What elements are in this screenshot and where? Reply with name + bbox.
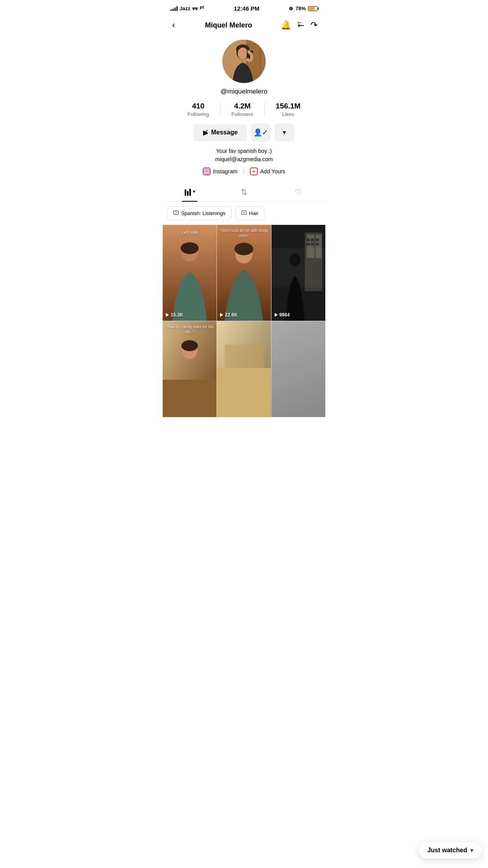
status-left: Jazz ▾▾ ᵖᵗ (171, 5, 204, 12)
svg-rect-38 (315, 238, 319, 241)
video-bg-5 (217, 321, 271, 417)
share-button[interactable]: ↷ (310, 20, 317, 30)
tab-videos[interactable]: ▾ (163, 182, 217, 201)
svg-marker-21 (244, 212, 245, 213)
tab-liked[interactable]: ♡ (271, 182, 325, 201)
add-yours-label: Add Yours (260, 168, 285, 175)
svg-point-29 (235, 243, 253, 255)
video-grid: Left side 15.3K "Don't look at (163, 225, 325, 417)
nav-actions: 🔔 →⃗ ↷ (281, 20, 317, 30)
video-thumb-6[interactable] (272, 321, 325, 417)
following-stat: 410 Following (176, 102, 220, 117)
svg-rect-34 (316, 235, 321, 258)
svg-rect-33 (306, 235, 314, 258)
video-views-1: 15.3K (166, 312, 183, 318)
video-views-2: 22.6K (220, 312, 237, 318)
avatar (222, 40, 266, 83)
bio-email[interactable]: miquel@azgmedia.com (215, 155, 273, 164)
video-bg-4 (163, 321, 216, 417)
battery-indicator (308, 6, 317, 11)
video-views-3: 9984 (275, 312, 290, 318)
svg-rect-49 (225, 344, 264, 368)
svg-marker-19 (176, 212, 177, 213)
bio-line-1: Your fav spanish boy :) (215, 147, 273, 155)
svg-point-14 (206, 171, 208, 173)
svg-rect-44 (163, 380, 216, 417)
profile-section: @miquelmelero 410 Following 4.2M Followe… (163, 37, 325, 182)
followers-count: 4.2M (234, 102, 251, 110)
message-button-label: Message (211, 129, 238, 136)
playlist-chip-1-label: Spanish: Listenings (181, 210, 226, 216)
svg-rect-50 (217, 368, 271, 417)
svg-point-25 (181, 242, 199, 254)
avatar-image (222, 40, 266, 83)
video-text-2: "Don't look at me with those eyes" (217, 228, 271, 238)
tab-dropdown-icon: ▾ (193, 189, 195, 196)
svg-rect-39 (306, 243, 310, 246)
page-title: Miquel Melero (205, 21, 252, 29)
video-thumb-2[interactable]: "Don't look at me with those eyes" 22.6K (217, 225, 271, 321)
svg-rect-36 (306, 238, 310, 241)
follow-button[interactable]: 👤✓ (251, 123, 271, 142)
status-bar: Jazz ▾▾ ᵖᵗ 12:46 PM ⊕ 78% (163, 0, 325, 15)
battery-percent: 78% (295, 6, 306, 11)
video-thumb-5[interactable] (217, 321, 271, 417)
links-row: Instagram | Add Yours (203, 167, 285, 175)
playlist-chip-spanish[interactable]: Spanish: Listenings (167, 206, 231, 220)
play-icon-3 (275, 313, 278, 317)
playlist-icon-1 (173, 210, 179, 217)
followers-label: Followers (231, 111, 253, 117)
wifi-symbol: ᵖᵗ (200, 5, 204, 12)
status-right: ⊕ 78% (289, 6, 317, 11)
liked-tab-icon: ♡ (295, 188, 302, 197)
share-icon[interactable]: →⃗ (297, 20, 304, 30)
playlist-chip-hair[interactable]: Hair (235, 206, 264, 220)
nav-header: ‹ Miquel Melero 🔔 →⃗ ↷ (163, 15, 325, 37)
svg-point-10 (238, 48, 248, 59)
video-bg-1 (163, 225, 216, 321)
following-label: Following (187, 111, 209, 117)
link-separator: | (243, 168, 244, 175)
action-buttons: ▶̸ Message 👤✓ ▼ (194, 123, 294, 142)
followers-stat: 4.2M Followers (220, 102, 264, 117)
view-count-2: 22.6K (225, 312, 237, 318)
clock: 12:46 PM (234, 5, 259, 12)
video-text-1: Left side (163, 230, 216, 235)
svg-rect-13 (204, 169, 209, 174)
svg-rect-37 (310, 238, 314, 241)
add-yours-link[interactable]: Add Yours (250, 167, 285, 175)
stats-row: 410 Following 4.2M Followers 156.1M Like… (171, 102, 317, 117)
instagram-label: Instagram (213, 168, 237, 175)
svg-rect-41 (315, 243, 319, 246)
playlist-chip-2-label: Hair (249, 210, 259, 216)
more-options-button[interactable]: ▼ (275, 123, 294, 142)
message-button[interactable]: ▶̸ Message (194, 124, 247, 141)
video-text-4: "How my family asks for the bill -" (163, 324, 216, 335)
notification-bell-icon[interactable]: 🔔 (281, 20, 291, 30)
svg-point-35 (289, 254, 300, 266)
playlist-chips: Spanish: Listenings Hair (163, 206, 325, 220)
back-button[interactable]: ‹ (171, 18, 176, 32)
signal-icon (171, 6, 178, 11)
following-count: 410 (192, 102, 205, 110)
bio-section: Your fav spanish boy :) miquel@azgmedia.… (215, 147, 273, 164)
instagram-link[interactable]: Instagram (203, 167, 237, 175)
likes-stat: 156.1M Likes (265, 102, 312, 117)
chevron-down-icon: ▼ (282, 129, 287, 136)
view-count-3: 9984 (279, 312, 290, 318)
play-icon-2 (220, 313, 223, 317)
tab-bar: ▾ ⇅ ♡ (163, 182, 325, 202)
video-thumb-3[interactable]: 9984 (272, 225, 325, 321)
video-bg-2 (217, 225, 271, 321)
play-icon-1 (166, 313, 169, 317)
repost-tab-icon: ⇅ (240, 187, 248, 197)
add-yours-icon (250, 167, 258, 175)
tab-reposts[interactable]: ⇅ (217, 182, 271, 201)
location-icon: ⊕ (289, 6, 293, 11)
playlist-icon-2 (241, 210, 247, 217)
video-thumb-1[interactable]: Left side 15.3K (163, 225, 216, 321)
svg-rect-40 (310, 243, 314, 246)
wifi-icon: ▾▾ (192, 6, 198, 12)
video-thumb-4[interactable]: "How my family asks for the bill -" (163, 321, 216, 417)
likes-count: 156.1M (276, 102, 301, 110)
